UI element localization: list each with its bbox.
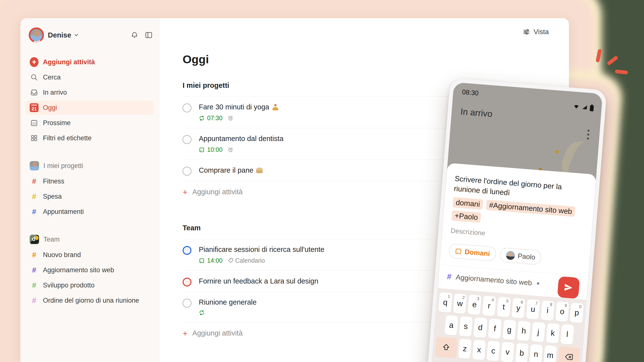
input-token[interactable]: +Paolo: [451, 210, 481, 223]
keyboard-key[interactable]: 4r: [482, 296, 496, 316]
keyboard-key[interactable]: 7u: [526, 299, 540, 320]
keyboard-key[interactable]: h: [517, 321, 530, 342]
keyboard-key[interactable]: s: [459, 316, 473, 337]
screenshot-stage: { "colors":{"accent_red":"#DC4C3E","sele…: [0, 0, 644, 362]
date-chip[interactable]: Domani: [448, 243, 496, 262]
add-task-button[interactable]: + Aggiungi attività: [26, 55, 154, 69]
task-time: 14:00: [207, 257, 222, 264]
send-button[interactable]: [557, 276, 580, 299]
alarm-icon: [228, 115, 234, 121]
section-my-projects[interactable]: I miei progetti: [30, 158, 150, 173]
yoga-emoji: [272, 104, 278, 110]
sidebar-project-item[interactable]: # Aggiornamento sito web: [26, 263, 154, 277]
alarm-icon: [228, 147, 234, 153]
input-token[interactable]: domani: [452, 197, 483, 209]
keyboard-key[interactable]: a: [444, 315, 458, 336]
notifications-bell-icon[interactable]: [130, 31, 138, 39]
keyboard-key[interactable]: 1q: [438, 292, 452, 313]
sidebar-project-item[interactable]: # Appuntamenti: [26, 205, 154, 219]
sidebar-project-item[interactable]: # Spesa: [26, 189, 154, 204]
phone-screen: 08:30 In arrivo Scrivere l'ordine del gi…: [430, 82, 603, 362]
keyboard-key[interactable]: z: [458, 339, 472, 359]
chevron-down-icon[interactable]: [74, 32, 79, 38]
description-placeholder[interactable]: Descrizione: [450, 227, 583, 245]
sidebar-project-item[interactable]: # Ordine del giorno di una riunione: [26, 293, 154, 308]
task-time: 07:30: [207, 114, 222, 122]
sidebar-item-inbox[interactable]: In arrivo: [26, 85, 154, 100]
task-time: 10:00: [207, 146, 222, 153]
sidebar-item-search[interactable]: Cerca: [26, 70, 154, 84]
bread-emoji: [256, 168, 262, 173]
keyboard-key[interactable]: n: [529, 344, 543, 362]
keyboard-key[interactable]: j: [531, 322, 545, 342]
keyboard-key[interactable]: 2w: [453, 293, 467, 314]
recurring-icon: [199, 115, 205, 121]
team-logo-icon: d: [30, 235, 39, 244]
keyboard-key[interactable]: 3e: [468, 294, 482, 315]
project-hash-icon: #: [30, 281, 38, 289]
sidebar-header: Denise: [29, 26, 153, 44]
keyboard-key[interactable]: 8i: [541, 300, 555, 321]
keyboard-key[interactable]: m: [544, 345, 557, 362]
keyboard-key[interactable]: b: [515, 343, 528, 362]
send-icon: [563, 282, 574, 293]
toggle-sidebar-icon[interactable]: [145, 31, 153, 39]
keyboard-key[interactable]: c: [486, 341, 500, 361]
sidebar-nav: + Aggiungi attività Cerca In arrivo 21 O…: [20, 55, 159, 145]
task-checkbox[interactable]: [182, 299, 192, 308]
wifi-icon: [573, 103, 580, 110]
add-task-label: Aggiungi attività: [43, 58, 95, 66]
sidebar-project-item[interactable]: # Nuovo brand: [26, 248, 154, 262]
project-hash-icon: #: [30, 266, 38, 274]
view-options-button[interactable]: Vista: [523, 28, 549, 36]
upcoming-calendar-icon: [30, 119, 38, 127]
status-time: 08:30: [462, 88, 479, 97]
sidebar-item-upcoming[interactable]: Prossime: [26, 116, 154, 130]
task-checkbox[interactable]: [182, 103, 192, 112]
keyboard-key[interactable]: 6y: [512, 298, 526, 319]
phone-screen-title: In arrivo: [460, 106, 493, 119]
shift-key[interactable]: [435, 337, 458, 358]
kebab-menu-icon[interactable]: [586, 130, 590, 141]
phone-mockup: 08:30 In arrivo Scrivere l'ordine del gi…: [426, 78, 607, 362]
task-checkbox-priority-blue[interactable]: [182, 246, 192, 255]
keyboard-key[interactable]: 0p: [570, 302, 584, 323]
sidebar: Denise + Aggiungi attività C: [20, 18, 159, 362]
plus-icon: +: [30, 57, 38, 67]
sidebar-item-filters-labels[interactable]: Filtri ed etichette: [26, 131, 154, 145]
keyboard-key[interactable]: x: [472, 340, 486, 360]
keyboard-key[interactable]: k: [546, 323, 560, 344]
keyboard-key[interactable]: v: [501, 342, 514, 362]
view-sliders-icon: [523, 28, 530, 35]
project-hash-icon: #: [30, 177, 38, 185]
input-token[interactable]: #Aggiornamento sito web: [486, 200, 576, 217]
signal-icon: [581, 104, 588, 110]
sidebar-project-item[interactable]: # Sviluppo prodotto: [26, 278, 154, 292]
inbox-icon: [30, 88, 38, 96]
section-team[interactable]: d Team: [30, 232, 150, 247]
calendar-icon: [199, 147, 205, 153]
page-title: Oggi: [182, 52, 209, 66]
backspace-key[interactable]: [558, 346, 580, 362]
user-name[interactable]: Denise: [48, 31, 71, 39]
calendar-orange-icon: [455, 248, 462, 255]
project-hash-icon: #: [30, 192, 38, 201]
keyboard-key[interactable]: f: [488, 318, 502, 339]
user-avatar[interactable]: [29, 27, 44, 43]
project-hash-icon: #: [30, 208, 38, 216]
task-checkbox-priority-red[interactable]: [182, 278, 192, 287]
assignee-chip[interactable]: Paolo: [500, 247, 542, 265]
keyboard-key[interactable]: d: [474, 317, 487, 338]
caret-down-icon: ▾: [536, 281, 540, 287]
keyboard-key[interactable]: 9o: [555, 302, 569, 322]
project-hash-icon: #: [447, 272, 452, 281]
sidebar-project-item[interactable]: # Fitness: [26, 174, 154, 188]
task-checkbox[interactable]: [182, 135, 192, 144]
quick-add-chips: Domani Paolo: [448, 243, 582, 268]
keyboard-key[interactable]: g: [502, 320, 516, 340]
battery-icon: [590, 104, 594, 111]
keyboard-key[interactable]: l: [560, 324, 574, 345]
keyboard-key[interactable]: 5t: [497, 297, 511, 317]
sidebar-item-today[interactable]: 21 Oggi: [26, 100, 154, 115]
task-checkbox[interactable]: [182, 167, 192, 176]
